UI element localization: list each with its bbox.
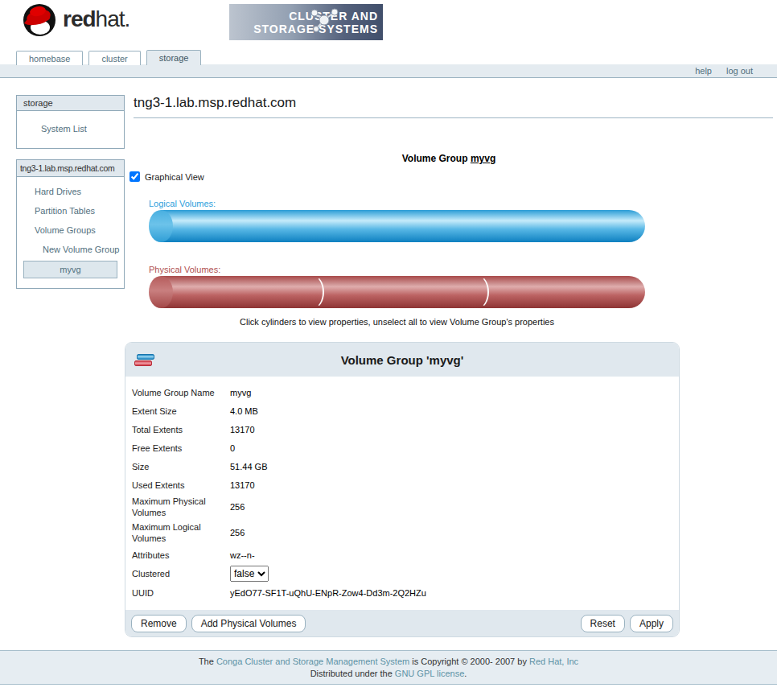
volume-group-heading: Volume Group myvg [125,153,773,164]
property-value: 256 [230,526,679,539]
footer-text: . [464,669,467,678]
footer-text: The [199,657,216,666]
volume-group-heading-prefix: Volume Group [402,153,471,164]
property-row-maximum-physical-volumes: Maximum Physical Volumes256 [125,494,679,520]
property-row-attributes: Attributeswz--n- [125,546,679,564]
clustered-select[interactable]: false [230,566,269,582]
panel-buttons-left: RemoveAdd Physical Volumes [131,615,306,632]
property-value: yEdO77-SF1T-uQhU-ENpR-Zow4-Dd3m-2Q2HZu [230,587,679,599]
mini-physical-cylinder-icon [134,360,152,366]
volume-group-heading-name[interactable]: myvg [471,153,495,164]
tab-homebase[interactable]: homebase [16,51,83,65]
gpl-link[interactable]: GNU GPL license [395,669,464,678]
footer-text: is Copyright © 2000- 2007 by [409,657,529,666]
sidebar-item-system-list[interactable]: System List [17,116,124,140]
tab-bar: homebaseclusterstorage [16,50,201,65]
properties-table: Volume Group NamemyvgExtent Size4.0 MBTo… [125,377,679,610]
main-content: tng3-1.lab.msp.redhat.com Volume Group m… [125,95,773,637]
storage-nav-title: storage [17,96,124,111]
logical-volumes-cylinder[interactable] [149,210,645,242]
property-label: Attributes [132,548,230,562]
property-row-maximum-logical-volumes: Maximum Logical Volumes256 [125,520,679,546]
tab-band [0,64,777,78]
page-header: redhat. CLUSTER AND STORAGE SYSTEMS [0,0,777,50]
graphical-view-label: Graphical View [145,172,204,182]
volume-group-panel: Volume Group 'myvg' Volume Group Namemyv… [125,342,680,637]
graphical-view-row: Graphical View [130,171,773,182]
property-label: Extent Size [132,404,230,418]
logout-link[interactable]: log out [726,66,753,76]
property-row-size: Size51.44 GB [125,457,679,476]
redhat-link[interactable]: Red Hat, Inc [529,657,578,666]
property-label: UUID [132,586,230,600]
property-row-uuid: UUIDyEdO77-SF1T-uQhU-ENpR-Zow4-Dd3m-2Q2H… [125,583,679,602]
property-row-extent-size: Extent Size4.0 MB [125,401,679,420]
property-label: Size [132,459,230,474]
remove-button[interactable]: Remove [131,615,187,632]
panel-footer: RemoveAdd Physical Volumes ResetApply [125,610,679,636]
system-nav-title: tng3-1.lab.msp.redhat.com [17,160,124,177]
physical-volume-segment-1[interactable] [149,276,314,308]
add-physical-volumes-button[interactable]: Add Physical Volumes [191,615,306,632]
sidebar-item-partition-tables[interactable]: Partition Tables [17,201,124,220]
graphical-view-checkbox[interactable] [130,171,140,182]
physical-volume-segment-2[interactable] [314,276,480,308]
property-value: 4.0 MB [230,405,679,418]
property-row-used-extents: Used Extents13170 [125,476,679,494]
tab-storage[interactable]: storage [146,50,202,65]
cylinder-caption: Click cylinders to view properties, unse… [137,317,657,327]
property-value: 256 [230,500,679,513]
property-label: Total Extents [132,422,230,437]
redhat-shadowman-icon [21,1,58,38]
mini-logical-cylinder-icon [137,354,154,360]
sidebar: storage System List tng3-1.lab.msp.redha… [16,95,125,299]
cluster-storage-banner: CLUSTER AND STORAGE SYSTEMS [229,4,383,40]
property-label: Volume Group Name [132,385,230,400]
graphical-view-area: Logical Volumes: Physical Volumes: [149,199,645,308]
reset-button[interactable]: Reset [581,615,625,632]
property-label: Clustered [132,566,230,581]
physical-volume-segment-3[interactable] [479,276,645,308]
property-value: wz--n- [230,549,679,562]
property-label: Used Extents [132,478,230,492]
volume-group-icon [134,353,162,367]
apply-button[interactable]: Apply [630,615,673,632]
redhat-wordmark: redhat. [63,6,130,32]
session-links: help log out [695,64,753,77]
property-value: 0 [230,442,679,455]
sidebar-item-volume-groups[interactable]: Volume Groups [17,220,124,240]
footer-line-1: The Conga Cluster and Storage Management… [0,657,777,666]
property-row-clustered: Clusteredfalse [125,564,679,583]
property-row-total-extents: Total Extents13170 [125,420,679,439]
property-value: 13170 [230,423,679,436]
property-value: myvg [230,386,679,399]
property-value: false [230,564,679,583]
property-label: Free Extents [132,441,230,455]
sidebar-item-new-volume-group[interactable]: New Volume Group [17,240,124,259]
property-label: Maximum Physical Volumes [132,494,230,520]
physical-volumes-label: Physical Volumes: [149,265,645,274]
property-value: 51.44 GB [230,460,679,473]
property-value: 13170 [230,479,679,492]
property-row-free-extents: Free Extents0 [125,439,679,457]
logical-cylinder-body[interactable] [161,210,645,242]
sidebar-item-hard-drives[interactable]: Hard Drives [17,182,124,201]
page-title: tng3-1.lab.msp.redhat.com [134,95,773,118]
logical-cylinder-cap [149,210,173,242]
physical-volumes-cylinder[interactable] [149,276,645,308]
panel-buttons-right: ResetApply [581,615,673,632]
help-link[interactable]: help [695,66,712,76]
conga-link[interactable]: Conga Cluster and Storage Management Sys… [216,657,409,666]
molecule-icon [308,6,340,34]
panel-title: Volume Group 'myvg' [162,353,643,367]
storage-nav-box: storage System List [16,95,125,149]
page-footer: The Conga Cluster and Storage Management… [0,650,777,685]
logical-volumes-label: Logical Volumes: [149,199,645,208]
footer-line-2: Distributed under the GNU GPL license. [0,669,777,678]
footer-text: Distributed under the [310,669,395,678]
property-label: Maximum Logical Volumes [132,520,230,546]
tab-cluster[interactable]: cluster [88,51,140,65]
panel-header: Volume Group 'myvg' [125,343,679,377]
redhat-logo: redhat. [21,1,130,38]
sidebar-item-myvg[interactable]: myvg [23,261,117,278]
